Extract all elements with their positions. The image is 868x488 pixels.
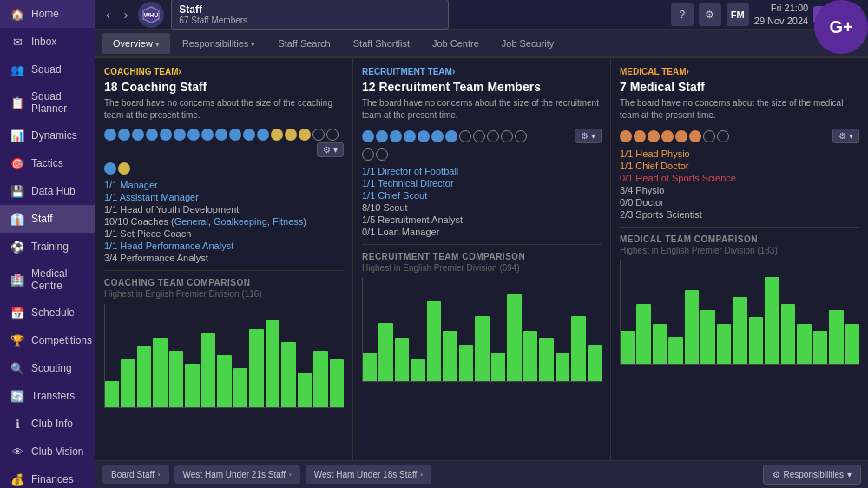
datetime: Fri 21:00 29 Nov 2024 (754, 2, 808, 27)
help-icon[interactable]: ? (671, 3, 694, 26)
recruitment-action-button[interactable]: ⚙ ▾ (575, 129, 602, 143)
sidebar-item-club-vision[interactable]: 👁 Club Vision (0, 438, 95, 465)
recruitment-comparison: RECRUITMENT TEAM COMPARISON Highest in E… (362, 244, 602, 382)
avatar-dot (473, 130, 485, 142)
datetime-line2: 29 Nov 2024 (754, 15, 808, 27)
training-icon: ⚽ (10, 240, 24, 254)
staff-item: 1/1 Manager (104, 180, 344, 190)
sidebar-item-inbox[interactable]: ✉ Inbox (0, 28, 95, 56)
u21-staff-tab[interactable]: West Ham Under 21s Staff › (174, 465, 300, 484)
medical-team-title: 7 Medical Staff (620, 80, 859, 94)
sidebar-item-label: Club Info (31, 418, 73, 430)
chart-bar (733, 297, 746, 364)
chart-bar (201, 333, 215, 407)
coaching-comparison: COACHING TEAM COMPARISON Highest in Engl… (104, 270, 344, 408)
sidebar-item-home[interactable]: 🏠 Home (0, 0, 95, 28)
sidebar-item-training[interactable]: ⚽ Training (0, 233, 95, 260)
sidebar-item-medical-centre[interactable]: 🏥 Medical Centre (0, 260, 95, 299)
svg-text:WHU: WHU (144, 12, 159, 18)
sidebar-item-data-hub[interactable]: 💾 Data Hub (0, 177, 95, 205)
squad-icon: 👥 (10, 63, 24, 76)
medical-team-label[interactable]: MEDICAL TEAM› (620, 67, 859, 76)
sidebar-item-schedule[interactable]: 📅 Schedule (0, 299, 95, 326)
avatar-dot (229, 129, 241, 141)
sidebar-item-scouting[interactable]: 🔍 Scouting (0, 354, 95, 382)
tab-staff-shortlist[interactable]: Staff Shortlist (343, 33, 420, 54)
responsibilities-button[interactable]: ⚙ Responsibilities ▾ (763, 465, 861, 485)
tab-job-security[interactable]: Job Security (491, 33, 565, 54)
tab-overview[interactable]: Overview ▾ (102, 33, 170, 54)
tab-staff-search[interactable]: Staff Search (267, 33, 340, 54)
search-box[interactable]: Staff 67 Staff Members (171, 0, 449, 30)
avatar-dot (160, 129, 172, 141)
avatar-dot (675, 130, 687, 142)
avatar-dot (118, 129, 130, 141)
sidebar-item-transfers[interactable]: 🔄 Transfers (0, 382, 95, 410)
sidebar-item-squad[interactable]: 👥 Squad (0, 56, 95, 83)
chart-bar (443, 331, 457, 381)
sidebar-item-competitions[interactable]: 🏆 Competitions (0, 326, 95, 354)
avatar-dot (362, 148, 374, 161)
sidebar-item-staff[interactable]: 👔 Staff (0, 205, 95, 233)
staff-item: 1/1 Head Performance Analyst (104, 241, 344, 251)
sidebar-item-finances[interactable]: 💰 Finances (0, 465, 95, 488)
nav-back-button[interactable]: ‹ (102, 6, 114, 23)
chart-bar (829, 310, 843, 364)
staff-item: 8/10 Scout (362, 202, 602, 213)
coaching-team-label[interactable]: COACHING TEAM› (104, 67, 344, 76)
sidebar-item-label: Tactics (31, 157, 63, 169)
chart-bar (427, 301, 441, 381)
chart-bar (813, 331, 827, 364)
recruitment-team-label[interactable]: RECRUITMENT TEAM› (362, 67, 602, 76)
topbar: ‹ › WHU Staff 67 Staff Members ? ⚙ FM Fr… (95, 0, 868, 30)
chart-bar (153, 338, 167, 407)
chart-bar (765, 277, 779, 364)
overview-dropdown-arrow: ▾ (155, 40, 160, 49)
recruitment-team-column: RECRUITMENT TEAM› 12 Recruitment Team Me… (353, 58, 611, 488)
coaching-avatars: ⚙ ▾ (104, 129, 344, 157)
sidebar-item-tactics[interactable]: 🎯 Tactics (0, 149, 95, 177)
fm-label[interactable]: FM (727, 3, 749, 26)
coaching-action-button[interactable]: ⚙ ▾ (317, 142, 344, 157)
chart-bar (491, 353, 505, 381)
coaching-comparison-highest: Highest in English Premier Division (116… (104, 289, 344, 299)
board-staff-tab[interactable]: Board Staff › (102, 465, 169, 484)
medical-action-button[interactable]: ⚙ ▾ (832, 129, 859, 143)
tab-job-centre[interactable]: Job Centre (422, 33, 490, 54)
chart-bar (363, 353, 377, 381)
sidebar-item-label: Home (31, 8, 59, 20)
u18-staff-tab[interactable]: West Ham Under 18s Staff › (306, 465, 431, 484)
chart-bar (556, 353, 569, 381)
nav-forward-button[interactable]: › (121, 6, 132, 23)
medical-staff-list: 1/1 Head Physio 1/1 Chief Doctor 0/1 Hea… (620, 148, 859, 220)
data-hub-icon: 💾 (10, 184, 24, 198)
avatar-dot (326, 129, 339, 141)
staff-item: 1/1 Chief Scout (362, 190, 602, 201)
avatar-dot (118, 162, 130, 175)
recruitment-chart (362, 278, 602, 382)
tab-responsibilities[interactable]: Responsibilities ▾ (172, 33, 266, 54)
chart-bar (395, 338, 409, 381)
avatar-dot (689, 130, 701, 142)
club-badge: WHU (138, 2, 164, 28)
sidebar-item-club-info[interactable]: ℹ Club Info (0, 410, 95, 438)
avatar-dot (648, 130, 660, 142)
sidebar-item-label: Medical Centre (31, 267, 85, 292)
responsibilities-arrow: ▾ (847, 470, 852, 479)
sidebar-item-squad-planner[interactable]: 📋 Squad Planner (0, 83, 95, 122)
chart-bar (185, 364, 199, 407)
chart-bar (298, 373, 312, 407)
responsibilities-gear-icon: ⚙ (773, 470, 780, 479)
settings-icon[interactable]: ⚙ (699, 3, 721, 26)
staff-item: 1/1 Head Physio (620, 148, 859, 159)
board-staff-label: Board Staff (111, 470, 155, 479)
chart-bar (636, 304, 650, 364)
sidebar-item-label: Competitions (31, 334, 92, 346)
gplus-badge[interactable]: G+ (814, 0, 868, 54)
sidebar: 🏠 Home ✉ Inbox 👥 Squad 📋 Squad Planner 📊… (0, 0, 95, 488)
schedule-icon: 📅 (10, 306, 24, 320)
chart-bar (571, 316, 585, 381)
chart-bar (459, 345, 473, 381)
sidebar-item-dynamics[interactable]: 📊 Dynamics (0, 122, 95, 149)
club-info-icon: ℹ (10, 417, 24, 431)
